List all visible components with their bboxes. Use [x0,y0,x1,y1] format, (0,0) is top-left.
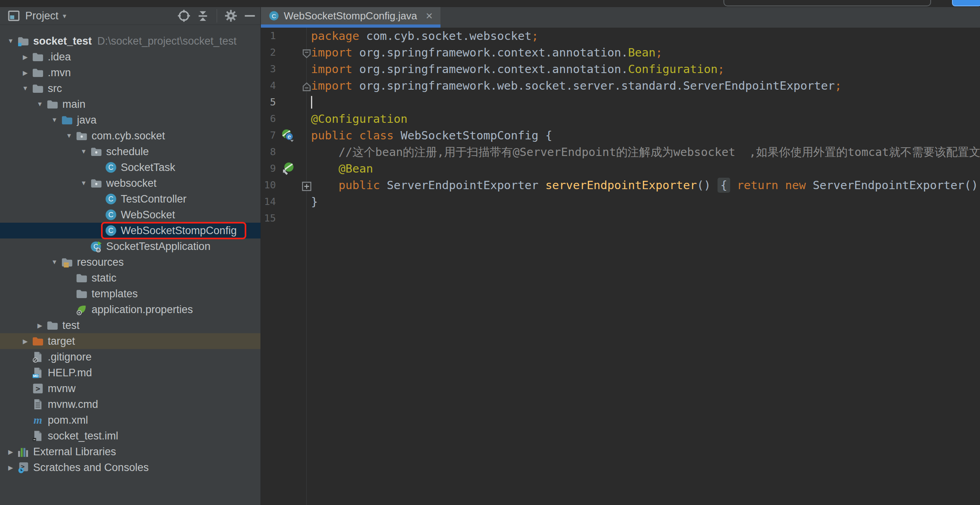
tree-item-mvnw[interactable]: >mvnw [0,381,260,396]
close-icon[interactable]: × [426,10,433,22]
chevron-expanded-icon[interactable]: ▼ [49,259,60,266]
code-line-4[interactable]: 4import org.springframework.web.socket.s… [261,77,980,94]
token: import [311,79,359,92]
bean-gutter-icon[interactable] [281,162,295,175]
code-line-10[interactable]: 10 public ServerEndpointExporter serverE… [261,177,980,193]
chevron-collapsed-icon[interactable]: ▶ [20,53,30,61]
bean-endpoint-gutter-icon[interactable]: e [281,129,295,142]
tree-item-target[interactable]: ▶target [0,333,260,349]
line-number[interactable]: 14 [261,193,276,210]
chevron-down-icon[interactable]: ▼ [62,13,67,19]
token [311,145,339,159]
fold-bottom-icon[interactable] [301,80,312,91]
folder-icon [47,98,58,110]
code-line-7[interactable]: 7epublic class WebSocketStompConfig { [261,127,980,144]
code-line-6[interactable]: 6@Configuration [261,111,980,127]
code-line-5[interactable]: 5 [261,94,980,111]
token: import [311,62,359,76]
tree-item--gitignore[interactable]: .gitignore [0,349,260,365]
tree-item-websocket[interactable]: ▼websocket [0,175,260,191]
tree-item-test[interactable]: ▶test [0,317,260,333]
line-number[interactable]: 15 [261,210,276,227]
chevron-expanded-icon[interactable]: ▼ [49,116,60,124]
chevron-collapsed-icon[interactable]: ▶ [20,69,30,77]
tree-item-testcontroller[interactable]: CTestController [0,191,260,207]
line-number[interactable]: 3 [261,61,276,77]
fold-plus-icon[interactable] [301,180,312,191]
code-line-8[interactable]: 8 //这个bean的注册,用于扫描带有@ServerEndpoint的注解成为… [261,144,980,160]
code-line-9[interactable]: 9 @Bean [261,160,980,177]
tree-item-socket-test-iml[interactable]: socket_test.iml [0,428,260,444]
fold-top-icon[interactable] [301,47,312,58]
tree-item-pom-xml[interactable]: mpom.xml [0,412,260,428]
tree-item-application-properties[interactable]: application.properties [0,302,260,317]
tree-item-scratches-and-consoles[interactable]: ▶>Scratches and Consoles [0,460,260,475]
chevron-collapsed-icon[interactable]: ▶ [20,338,30,345]
tree-item-main[interactable]: ▼main [0,96,260,112]
tree-item-label: target [48,335,75,347]
folder-icon [47,319,58,331]
text-file-icon [32,398,44,410]
editor: C WebSocketStompConfig.java × 1package c… [261,7,980,505]
tree-item-sockettask[interactable]: CSocketTask [0,160,260,175]
code-line-15[interactable]: 15 [261,210,980,227]
tree-item-label: .mvn [48,67,71,79]
line-number[interactable]: 9 [261,160,276,177]
code-line-3[interactable]: 3import org.springframework.context.anno… [261,61,980,77]
hide-panel-icon[interactable] [243,9,257,23]
tree-item-resources[interactable]: ▼resources [0,254,260,270]
tab-websocketstompconfig[interactable]: C WebSocketStompConfig.java × [261,7,440,24]
project-panel-title[interactable]: Project [25,10,58,22]
line-number[interactable]: 7 [261,127,276,144]
tree-item-websocket[interactable]: CWebSocket [0,207,260,223]
token [311,178,339,192]
collapse-all-icon[interactable] [196,9,210,23]
tree-item-com-cyb-socket[interactable]: ▼com.cyb.socket [0,128,260,144]
tree-item-help-md[interactable]: MDHELP.md [0,365,260,381]
tree-item--idea[interactable]: ▶.idea [0,49,260,65]
code-line-14[interactable]: 14} [261,193,980,210]
line-number[interactable]: 2 [261,44,276,61]
chevron-expanded-icon[interactable]: ▼ [79,180,89,187]
search-box-fragment[interactable] [723,0,931,6]
gear-icon[interactable] [224,9,238,23]
folder-icon [32,83,44,94]
line-number[interactable]: 4 [261,77,276,94]
panel-editor-divider[interactable] [260,7,261,505]
chevron-expanded-icon[interactable]: ▼ [6,38,16,45]
code-text: } [311,193,318,210]
chevron-expanded-icon[interactable]: ▼ [35,101,45,108]
chevron-collapsed-icon[interactable]: ▶ [35,322,45,329]
code-line-1[interactable]: 1package com.cyb.socket.websocket; [261,28,980,44]
line-number[interactable]: 6 [261,111,276,127]
code-line-2[interactable]: 2import org.springframework.context.anno… [261,44,980,61]
line-number[interactable]: 8 [261,144,276,160]
chevron-collapsed-icon[interactable]: ▶ [6,448,16,456]
blue-button-fragment[interactable] [952,0,980,6]
line-number[interactable]: 1 [261,28,276,44]
tree-item-schedule[interactable]: ▼schedule [0,144,260,160]
chevron-expanded-icon[interactable]: ▼ [20,85,30,92]
tree-item-label: websocket [106,177,157,190]
tree-item--mvn[interactable]: ▶.mvn [0,65,260,81]
tree-item-sockettestapplication[interactable]: CSocketTestApplication [0,238,260,254]
folded-region[interactable]: { [718,178,730,193]
tree-item-src[interactable]: ▼src [0,81,260,96]
chevron-expanded-icon[interactable]: ▼ [64,132,74,139]
code-area[interactable]: 1package com.cyb.socket.websocket;2impor… [261,28,980,505]
tree-item-mvnw-cmd[interactable]: mvnw.cmd [0,396,260,412]
tree-item-static[interactable]: static [0,270,260,286]
svg-text:>: > [36,384,40,393]
token: () [697,178,718,192]
tree-item-websocketstompconfig[interactable]: CWebSocketStompConfig [0,223,260,238]
line-number[interactable]: 5 [261,94,276,111]
tree-item-templates[interactable]: templates [0,286,260,302]
locate-file-icon[interactable] [177,9,191,23]
chevron-expanded-icon[interactable]: ▼ [79,148,89,155]
chevron-collapsed-icon[interactable]: ▶ [6,464,16,471]
line-number[interactable]: 10 [261,177,276,193]
tree-item-socket-test[interactable]: ▼socket_testD:\socket_project\socket_tes… [0,33,260,49]
project-panel-header: Project ▼ [0,7,260,25]
tree-item-java[interactable]: ▼java [0,112,260,128]
tree-item-external-libraries[interactable]: ▶External Libraries [0,444,260,460]
